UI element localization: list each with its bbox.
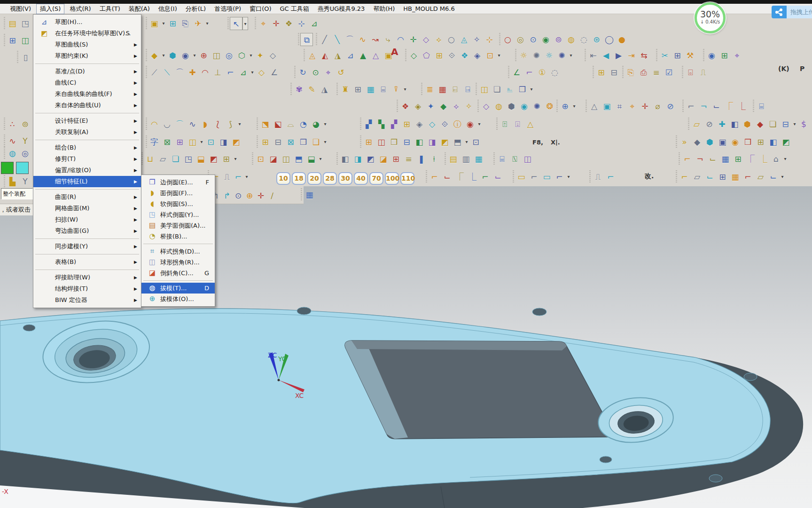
toolbar-icon[interactable]: ⎾ [723,100,735,113]
toolbar-icon[interactable]: ✛ [255,189,266,202]
toolbar-icon[interactable]: ⊿ [308,17,320,30]
menu-item[interactable]: 来自曲线集的曲线(F)▶ [33,88,141,100]
toolbar-icon[interactable]: ▾ [248,49,254,62]
cyan-color-swatch[interactable] [16,162,29,174]
toolbar-icon[interactable]: ◇ [407,49,420,62]
menu-item[interactable]: 同步建模(Y)▶ [33,241,141,252]
toolbar-icon[interactable]: ▣ [148,17,161,30]
menu-item[interactable]: ◳样式倒圆(Y)... [141,209,215,220]
menu-item[interactable]: 表格(B)▶ [33,256,141,268]
toolbar-icon[interactable]: ○ [501,33,514,46]
toolbar-icon[interactable]: ⌐ [553,170,566,183]
toolbar-icon[interactable]: ∿ [356,33,369,46]
toolbar-icon[interactable]: ✛ [270,17,282,30]
toolbar-icon[interactable]: ▾ [192,49,197,62]
toolbar-icon[interactable]: ❖ [458,49,471,62]
toolbar-icon[interactable]: ◉ [179,49,192,62]
menubar-item-5[interactable]: 信息(I) [155,4,180,14]
toolbar-icon[interactable]: ⌐ [604,170,617,183]
toolbar-icon[interactable]: ⌐ [742,170,754,183]
toolbar-icon[interactable]: ◉ [539,33,552,46]
toolbar-icon[interactable]: ⍂ [508,152,521,166]
toolbar-icon[interactable]: ╱ [318,33,331,46]
toolbar-icon[interactable]: ◳ [182,152,195,166]
toolbar-icon[interactable]: ⊟ [272,135,284,149]
number-button-28[interactable]: 28 [323,172,337,185]
toolbar-icon[interactable]: ❏ [491,83,503,96]
toolbar-icon[interactable]: ◪ [267,152,280,166]
toolbar-icon[interactable]: ⊡ [484,49,496,62]
toolbar-icon[interactable]: Y [19,175,31,188]
toolbar-icon[interactable]: ▭ [540,170,553,183]
toolbar-icon[interactable]: ⌖ [257,17,270,30]
number-button-20[interactable]: 20 [307,172,321,185]
toolbar-icon[interactable]: ▶ [612,49,625,62]
toolbar-icon[interactable]: ⌐ [528,170,540,183]
toolbar-icon[interactable]: ⊛ [590,33,603,46]
toolbar-icon[interactable]: ⊞ [671,49,684,62]
number-button-70[interactable]: 70 [369,172,383,185]
toolbar-icon[interactable]: ▾ [792,118,797,131]
toolbar-icon[interactable]: ◕ [310,118,322,131]
toolbar-icon[interactable]: 字 [148,135,161,149]
menubar-item-2[interactable]: 格式(R) [66,4,94,14]
toolbar-icon[interactable]: ⬕ [272,118,284,131]
toolbar-icon[interactable]: ◆ [148,49,161,62]
toolbar-icon[interactable]: ⟐ [445,49,458,62]
toolbar-icon[interactable]: ⍐ [499,118,511,131]
toolbar-icon[interactable]: ⌙ [710,100,723,113]
toolbar-icon[interactable]: ☼ [543,49,555,62]
toolbar-icon[interactable]: ◩ [364,152,377,166]
toolbar-icon[interactable]: ◎ [514,33,527,46]
toolbar-icon[interactable]: ✈ [192,17,204,30]
toolbar-icon[interactable]: ✂ [658,49,671,62]
toolbar-icon[interactable]: ⎍ [221,170,233,183]
toolbar-icon[interactable]: ∕ [266,189,278,202]
menu-item[interactable]: 关联复制(A)▶ [33,127,141,138]
toolbar-text-icon[interactable]: A [391,46,398,57]
toolbar-icon[interactable]: ⌐ [428,170,441,183]
toolbar-icon[interactable]: ◍ [492,100,505,113]
toolbar-icon[interactable]: ⊞ [6,34,19,47]
menu-item[interactable]: 结构焊接(T)▶ [33,283,141,294]
toolbar-icon[interactable]: ⊙ [309,66,322,79]
toolbar-icon[interactable]: ⊙ [527,33,539,46]
toolbar-icon[interactable]: ◩ [230,135,242,149]
toolbar-icon[interactable]: ⊕ [244,189,255,202]
toolbar-icon[interactable]: ◎ [223,49,235,62]
toolbar-icon[interactable]: ▱ [754,170,767,183]
toolbar-icon[interactable]: ⎿ [466,170,479,183]
toolbar-icon[interactable]: ◨ [217,135,230,149]
toolbar-icon[interactable]: ◔ [297,118,310,131]
toolbar-icon[interactable]: ✺ [531,100,543,113]
toolbar-icon[interactable]: ⊞ [259,135,272,149]
toolbar-icon[interactable]: ◫ [19,34,31,47]
toolbar-icon[interactable]: ⌗ [613,100,626,113]
toolbar-icon[interactable]: ▾ [322,135,328,149]
toolbar-icon[interactable]: ⊞ [716,170,729,183]
toolbar-icon[interactable]: △ [369,49,382,62]
toolbar-icon[interactable]: ⌒ [344,33,356,46]
toolbar-icon[interactable]: ⬠ [420,49,433,62]
toolbar-icon[interactable]: ◩ [780,135,792,149]
menu-item[interactable]: 曲线(C)▶ [33,77,141,88]
toolbar-icon[interactable]: ◧ [728,118,741,131]
toolbar-text-icon[interactable]: (K) [778,65,789,72]
toolbar-icon[interactable]: ⎍ [697,66,710,79]
toolbar-icon[interactable]: ⌐ [233,170,244,183]
menu-item[interactable]: ⊕拔模体(O)... [141,294,215,304]
toolbar-icon[interactable]: ◀ [600,49,612,62]
toolbar-icon[interactable]: ❏ [766,118,779,131]
toolbar-icon[interactable]: ◇ [480,100,492,113]
toolbar-icon[interactable]: ● [616,33,628,46]
toolbar-icon[interactable]: ❒ [388,135,400,149]
toolbar-icon[interactable]: ▾ [322,118,328,131]
toolbar-icon[interactable]: ⊘ [703,118,716,131]
toolbar-icon[interactable]: ⊿ [237,66,250,79]
toolbar-icon[interactable]: ⌐ [224,66,237,79]
toolbar-icon[interactable]: ⌐ [479,170,492,183]
toolbar-icon[interactable]: ◇ [426,118,438,131]
menu-item[interactable]: 弯边曲面(G)▶ [33,225,141,237]
number-button-40[interactable]: 40 [354,172,368,185]
toolbar-icon[interactable]: ◨ [426,135,438,149]
